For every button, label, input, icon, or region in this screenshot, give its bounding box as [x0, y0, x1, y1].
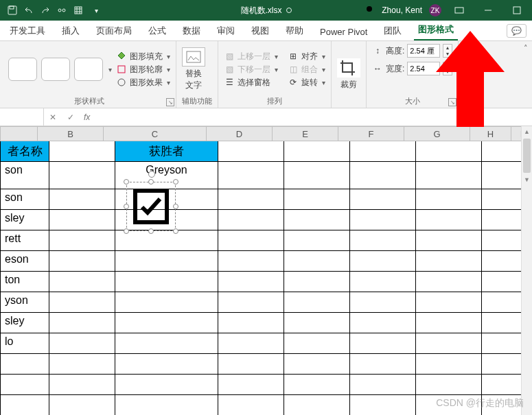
tab-team[interactable]: 团队	[380, 21, 406, 40]
cell[interactable]	[416, 375, 482, 395]
cell[interactable]: son	[0, 162, 49, 189]
cell[interactable]	[218, 230, 284, 251]
cell[interactable]	[416, 333, 482, 354]
cell[interactable]	[482, 162, 523, 189]
width-spinner[interactable]: ▴▾	[443, 62, 452, 75]
cell[interactable]	[115, 251, 218, 272]
cell[interactable]	[482, 189, 523, 210]
cell[interactable]	[350, 354, 416, 375]
cell[interactable]	[284, 333, 350, 354]
cell[interactable]	[284, 141, 350, 162]
cell[interactable]	[284, 395, 350, 415]
resize-handle-s[interactable]	[148, 228, 154, 234]
cell[interactable]	[0, 354, 49, 375]
cell[interactable]: eson	[0, 251, 49, 272]
tab-view[interactable]: 视图	[247, 21, 273, 40]
scroll-down-icon[interactable]: ▼	[522, 174, 532, 185]
cell[interactable]	[49, 313, 115, 333]
width-input[interactable]	[407, 62, 440, 75]
shape-style-preset-2[interactable]	[41, 58, 70, 81]
cell[interactable]	[482, 141, 523, 162]
resize-handle-n[interactable]	[148, 179, 154, 185]
shape-outline-button[interactable]: 图形轮廓▾	[116, 64, 170, 75]
resize-handle-ne[interactable]	[173, 179, 178, 185]
cell[interactable]	[49, 292, 115, 313]
resize-handle-w[interactable]	[124, 204, 129, 209]
cell[interactable]	[49, 395, 115, 415]
cell[interactable]	[115, 333, 218, 354]
cell[interactable]	[350, 333, 416, 354]
tab-review[interactable]: 审阅	[213, 21, 239, 40]
collapse-ribbon-icon[interactable]: ˄	[524, 44, 528, 53]
cell[interactable]	[218, 272, 284, 292]
cell[interactable]	[482, 292, 523, 313]
cell[interactable]	[115, 272, 218, 292]
vertical-scrollbar[interactable]: ▲ ▼	[521, 126, 532, 415]
name-box[interactable]	[0, 108, 44, 126]
cell[interactable]	[0, 375, 49, 395]
search-icon[interactable]	[365, 5, 375, 16]
shape-styles-launcher[interactable]: ↘	[166, 98, 174, 106]
cell[interactable]	[284, 272, 350, 292]
enter-formula-icon[interactable]: ✓	[62, 112, 80, 122]
shape-effects-button[interactable]: 图形效果▾	[116, 77, 170, 88]
cell[interactable]	[115, 292, 218, 313]
tab-formulas[interactable]: 公式	[144, 21, 170, 40]
cell[interactable]	[284, 210, 350, 230]
tab-insert[interactable]: 插入	[58, 21, 84, 40]
resize-handle-e[interactable]	[173, 204, 178, 209]
cell[interactable]	[49, 230, 115, 251]
minimize-button[interactable]	[477, 0, 499, 21]
shape-fill-button[interactable]: 图形填充▾	[116, 51, 170, 62]
cell[interactable]	[350, 141, 416, 162]
col-header-E[interactable]: E	[273, 126, 338, 141]
cell[interactable]	[482, 333, 523, 354]
cell[interactable]	[49, 210, 115, 230]
plugin-icon[interactable]	[73, 5, 84, 16]
cell[interactable]	[218, 333, 284, 354]
cell[interactable]	[482, 313, 523, 333]
col-header-H[interactable]: H	[470, 126, 511, 141]
cell[interactable]	[416, 251, 482, 272]
cell[interactable]	[416, 210, 482, 230]
crop-button[interactable]: 裁剪	[337, 58, 360, 91]
scroll-thumb[interactable]	[523, 139, 531, 173]
shape-style-preset-1[interactable]	[8, 58, 37, 81]
cell[interactable]	[218, 375, 284, 395]
cell[interactable]	[350, 313, 416, 333]
cell[interactable]	[350, 395, 416, 415]
cell[interactable]	[115, 375, 218, 395]
cell[interactable]	[416, 141, 482, 162]
cell[interactable]	[115, 395, 218, 415]
cell[interactable]	[218, 141, 284, 162]
cell[interactable]	[350, 162, 416, 189]
cell[interactable]	[115, 354, 218, 375]
align-button[interactable]: ⊞对齐▾	[288, 51, 325, 62]
cell[interactable]	[284, 189, 350, 210]
col-header-D[interactable]: D	[207, 126, 273, 141]
bring-forward-button[interactable]: ▧上移一层▾	[224, 51, 278, 62]
maximize-button[interactable]	[506, 0, 528, 21]
cell[interactable]	[284, 375, 350, 395]
header-cell-winner[interactable]: 获胜者	[115, 141, 218, 162]
cell[interactable]	[218, 162, 284, 189]
cell[interactable]	[49, 272, 115, 292]
cell[interactable]	[49, 251, 115, 272]
ribbon-display-icon[interactable]	[448, 0, 470, 21]
width-control[interactable]: ↔ 宽度: ▴▾	[372, 62, 452, 75]
select-all-corner[interactable]	[0, 126, 38, 141]
cell[interactable]	[482, 375, 523, 395]
redo-icon[interactable]	[40, 5, 51, 16]
cancel-formula-icon[interactable]: ✕	[44, 112, 62, 122]
height-spinner[interactable]: ▴▾	[443, 44, 452, 58]
alt-text-button[interactable]: 替换 文字	[182, 47, 205, 91]
cell[interactable]	[49, 333, 115, 354]
cell[interactable]: lo	[0, 333, 49, 354]
scroll-up-icon[interactable]: ▲	[522, 126, 532, 137]
cell[interactable]	[482, 251, 523, 272]
cell[interactable]	[350, 210, 416, 230]
cell[interactable]	[416, 272, 482, 292]
cell[interactable]	[49, 354, 115, 375]
resize-handle-nw[interactable]	[124, 179, 129, 185]
resize-handle-sw[interactable]	[124, 228, 129, 234]
